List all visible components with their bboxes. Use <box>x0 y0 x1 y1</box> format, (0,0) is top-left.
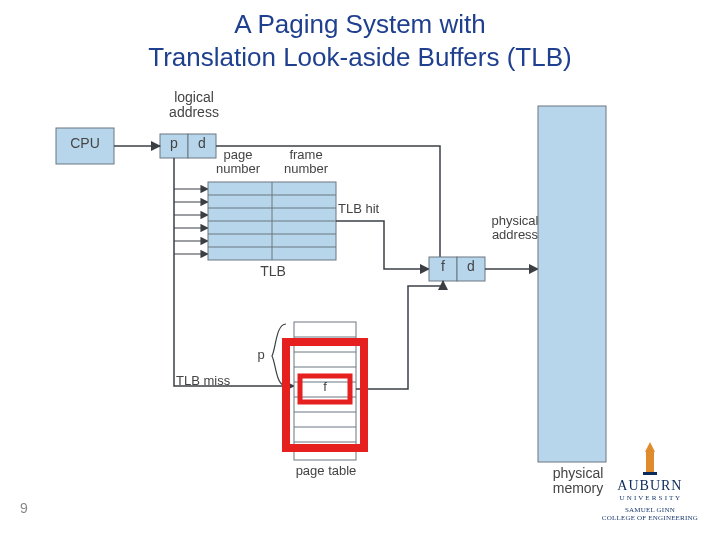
logo-university-sub: U N I V E R S I T Y <box>602 494 698 502</box>
label-f-pagetable: f <box>310 380 340 394</box>
title-line-1: A Paging System with <box>234 9 485 39</box>
auburn-logo: AUBURN U N I V E R S I T Y SAMUEL GINN C… <box>602 442 698 522</box>
physical-memory-box <box>538 106 606 462</box>
line-pagetable-to-f <box>356 281 443 389</box>
label-p-brace: p <box>252 348 270 362</box>
label-page-table: page table <box>286 464 366 478</box>
logo-college-line1: SAMUEL GINN <box>602 506 698 514</box>
samford-tower-icon <box>641 442 659 476</box>
svg-marker-24 <box>645 442 655 452</box>
label-page-number: page number <box>206 148 270 177</box>
label-cpu: CPU <box>66 136 104 151</box>
title-line-2: Translation Look-aside Buffers (TLB) <box>148 42 571 72</box>
tlb-diagram: logical address CPU p d page number fram… <box>48 86 672 510</box>
label-frame-number: frame number <box>274 148 338 177</box>
label-f: f <box>429 259 457 274</box>
label-d2: d <box>457 259 485 274</box>
slide-number: 9 <box>20 500 28 516</box>
label-tlb-hit: TLB hit <box>338 202 398 216</box>
line-tlb-hit <box>336 221 429 269</box>
label-logical-address: logical address <box>154 90 234 121</box>
logo-college-line2: COLLEGE OF ENGINEERING <box>602 514 698 522</box>
slide-title: A Paging System with Translation Look-as… <box>0 8 720 73</box>
tlb-fanin <box>174 189 208 254</box>
logo-university-name: AUBURN <box>602 478 698 494</box>
label-p: p <box>160 136 188 151</box>
label-tlb-miss: TLB miss <box>176 374 246 388</box>
label-physical-address: physical address <box>480 214 550 243</box>
svg-rect-25 <box>643 472 657 475</box>
tlb-table <box>208 182 336 260</box>
svg-rect-23 <box>646 452 654 472</box>
tlb-diagram-svg <box>48 86 672 510</box>
label-tlb: TLB <box>248 264 298 279</box>
